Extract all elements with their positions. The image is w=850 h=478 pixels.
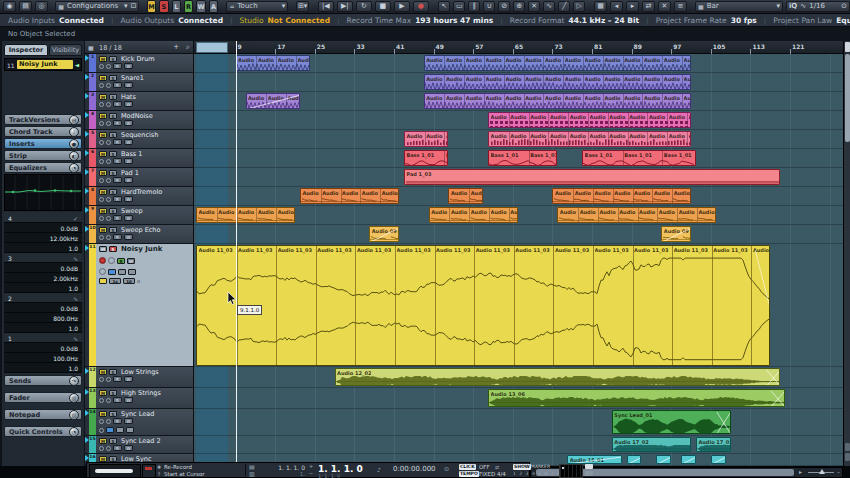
write-automation-button[interactable]: W xyxy=(124,101,133,107)
eq-band-number-row[interactable]: 3∿ xyxy=(4,253,82,263)
write-automation-button[interactable]: W xyxy=(124,215,133,221)
vscroll-thumb[interactable] xyxy=(845,54,850,142)
solo-button[interactable]: S xyxy=(109,438,117,444)
audio-event-low-strings[interactable]: Audio 12_02 xyxy=(335,368,781,386)
grid-type-dropdown[interactable]: ▦Bar▾ xyxy=(695,1,783,12)
inspector-section-quick-controls[interactable]: Quick Controls◔ xyxy=(4,426,82,437)
record-enable-button[interactable] xyxy=(99,197,104,202)
solo-button[interactable]: S xyxy=(109,75,117,81)
track-body[interactable]: MSHatsRW xyxy=(96,92,193,110)
read-automation-button[interactable]: R xyxy=(113,139,122,145)
re-record-item[interactable]: Re-Record xyxy=(164,464,192,470)
mouse-icon[interactable]: ▥ xyxy=(249,470,255,477)
inspector-section-trackversions[interactable]: TrackVersions⊟ xyxy=(4,114,82,125)
lane-display-button[interactable] xyxy=(108,269,116,275)
track-item-kick-drum[interactable]: 1MSKick DrumRW xyxy=(85,54,193,73)
play-icon[interactable]: ▶ xyxy=(394,1,410,12)
monitor-button[interactable] xyxy=(106,446,111,451)
automation-w-button[interactable]: W xyxy=(196,0,205,13)
write-automation-button[interactable]: W xyxy=(124,418,133,424)
hzoom-left-icon[interactable]: ▸ xyxy=(799,468,802,475)
track-body[interactable]: MSSequencishRW xyxy=(96,130,193,148)
audio-event-sweep[interactable]: Audio CAudio CAudio CAudio CAudio CAudio… xyxy=(557,207,715,223)
track-list-grid-icon[interactable]: ▦ xyxy=(88,44,94,51)
track-item-high-strings[interactable]: 13MSHigh StringsRW xyxy=(85,388,193,409)
read-automation-button[interactable]: R xyxy=(113,120,122,126)
read-automation-button[interactable]: R xyxy=(113,177,122,183)
inspector-section-notepad[interactable]: Notepad▨ xyxy=(4,409,82,420)
line-tool-icon[interactable]: ╱ xyxy=(558,1,570,12)
configurations-dropdown[interactable]: ▦Configurations▾⊡ xyxy=(55,1,139,12)
audio-event-bass-1[interactable]: Bass 1_01Bass 1_01 xyxy=(404,150,449,166)
eq-gain-row[interactable]: 0.0dB xyxy=(4,303,82,313)
track-item-snare1[interactable]: 2MSSnare1RW xyxy=(85,73,193,92)
track-item-sync-lead-2[interactable]: 15MSSync Lead 2RW xyxy=(85,436,193,454)
inspector-section-sends[interactable]: Sends↷ xyxy=(4,375,82,386)
solo-button[interactable]: S xyxy=(109,246,117,252)
timeline-ruler[interactable]: 91725334149576573818997105113121 xyxy=(194,41,843,54)
write-automation-button[interactable]: W xyxy=(124,139,133,145)
audio-event-sweep[interactable]: Audio CAudio CAudio CAudio CAudio C xyxy=(429,207,518,223)
autoscroll-icon[interactable]: ⇄ xyxy=(642,1,655,12)
lane-display-button[interactable] xyxy=(106,427,114,433)
monitor-button[interactable] xyxy=(106,159,111,164)
ruler-start-cell[interactable] xyxy=(196,42,228,53)
eq-band-number-row[interactable]: 2∿ xyxy=(4,293,82,303)
track-body[interactable]: MSHardTremoloRW xyxy=(96,187,193,205)
mute-button[interactable]: M xyxy=(99,75,107,81)
audio-event-sync-lead-2[interactable]: Audio 17_02 xyxy=(612,437,691,452)
track-body[interactable]: MSBass 1RW xyxy=(96,149,193,167)
monitor-button[interactable] xyxy=(106,197,111,202)
track-body[interactable]: MSSnare1RW xyxy=(96,73,193,91)
monitor-button[interactable] xyxy=(106,102,111,107)
solo-button[interactable]: S xyxy=(109,369,117,375)
audio-event-bass-1[interactable]: Bass 1_01Bass 1_01Bass 1_01 xyxy=(582,150,696,166)
activate-project-icon[interactable]: ◉ xyxy=(3,1,16,12)
track-search-icon[interactable]: ⌕ xyxy=(186,43,190,51)
hzoom-handle[interactable] xyxy=(819,469,825,474)
audio-event-snare1[interactable]: Audio CAudio CAudio CAudio CAudio CAudio… xyxy=(424,74,691,90)
time-display[interactable]: 0:00:00.000 xyxy=(393,465,436,473)
record-enable-button[interactable] xyxy=(99,140,104,145)
click-value[interactable]: OFF xyxy=(479,464,490,470)
monitor-button[interactable] xyxy=(106,398,111,403)
tempo-value[interactable]: FIXED xyxy=(479,471,495,477)
go-next-marker-icon[interactable]: ▶| xyxy=(337,1,353,12)
write-automation-button[interactable]: W xyxy=(124,234,133,240)
automation-mode-dropdown[interactable]: ♒Touch▾ xyxy=(226,1,288,12)
mute-button[interactable]: M xyxy=(99,189,107,195)
audio-event-kick-drum[interactable]: Audio CAudio CAudio CAudio CAudio CAudio… xyxy=(424,55,691,71)
track-body[interactable]: MSPad 1RW xyxy=(96,168,193,186)
track-body[interactable]: MSSync LeadRW xyxy=(96,409,193,435)
locator-minus-icon[interactable]: − xyxy=(309,470,313,476)
read-automation-button[interactable]: R xyxy=(113,82,122,88)
automation-m-button[interactable]: M xyxy=(147,0,156,13)
track-item-sync-lead[interactable]: 14MSSync LeadRW xyxy=(85,409,193,436)
monitor-button[interactable] xyxy=(106,64,111,69)
automation-a-button[interactable]: A xyxy=(209,0,218,13)
automation-l-button[interactable]: L xyxy=(172,0,181,13)
mute-button[interactable]: M xyxy=(99,113,107,119)
read-automation-button[interactable]: R xyxy=(113,445,122,451)
events-mode-button[interactable]: 1s xyxy=(109,278,121,284)
inspector-section-equalizers[interactable]: Equalizers◔ xyxy=(4,162,82,173)
tab-inspector[interactable]: Inspector xyxy=(4,44,48,56)
eq-frequency-row[interactable]: 2.00kHz xyxy=(4,273,82,283)
audio-event-sweep-echo[interactable]: Audio 09 xyxy=(369,226,399,242)
edit-channel-icon[interactable]: ◄ xyxy=(74,61,79,68)
draw-tool-icon[interactable]: ∿ xyxy=(543,1,555,12)
track-body[interactable]: MSNoisy JunkRW1s10o xyxy=(96,244,193,366)
mute-button[interactable]: M xyxy=(99,369,107,375)
track-item-low-strings[interactable]: 12MSLow StringsRW xyxy=(85,367,193,388)
mute-button[interactable]: M xyxy=(99,132,107,138)
audio-event-hardtremolo[interactable]: Audio CAudio CAudio CAudio CAudio CAudio… xyxy=(552,188,691,204)
track-body[interactable]: MSKick DrumRW xyxy=(96,54,193,72)
monitor-button[interactable] xyxy=(106,235,111,240)
quantize-box[interactable]: iQ∿1/16⊙ xyxy=(786,1,850,12)
arrangement-area[interactable]: 91725334149576573818997105113121 Audio C… xyxy=(194,41,843,466)
start-at-cursor-item[interactable]: Start at Cursor xyxy=(164,471,205,477)
eq-q-row[interactable]: 1.0 xyxy=(4,323,82,333)
read-automation-button[interactable]: R xyxy=(113,63,122,69)
transport-mini-button-1[interactable] xyxy=(585,464,593,469)
mute-button[interactable]: M xyxy=(99,208,107,214)
